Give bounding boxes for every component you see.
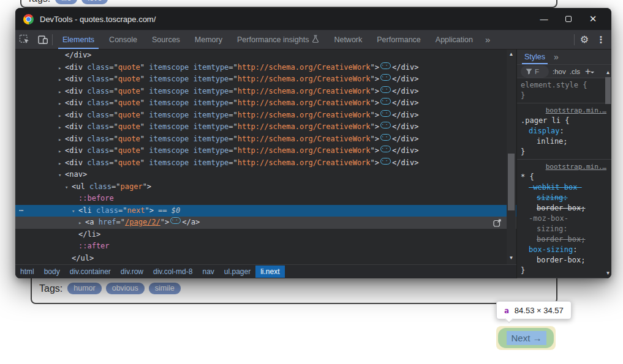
expand-arrow-icon[interactable]: ▸ <box>58 158 65 170</box>
expand-inline-icon[interactable]: ··· <box>380 110 391 117</box>
tag-link[interactable]: simile <box>149 283 181 294</box>
expand-arrow-icon[interactable]: ▸ <box>58 134 65 146</box>
tab-performance-insights[interactable]: Performance insights <box>232 30 325 49</box>
tree-row[interactable]: ▸<div class="quote" itemscope itemtype="… <box>15 121 516 133</box>
toggle-element-state-button[interactable]: :hov <box>553 68 566 75</box>
tab-console[interactable]: Console <box>104 30 143 49</box>
breadcrumb-item[interactable]: div.container <box>65 266 116 278</box>
node-menu-icon[interactable]: ⋯ <box>19 205 24 217</box>
tag-link[interactable]: humor <box>67 283 101 294</box>
tree-row[interactable]: ⋯▾<li class="next"> == $0 <box>15 205 516 217</box>
breadcrumb-item[interactable]: html <box>15 266 39 278</box>
style-rule[interactable]: bootstrap.min.….pager li {display:inline… <box>517 103 611 160</box>
tree-row[interactable]: ▸<div class="quote" itemscope itemtype="… <box>15 145 516 157</box>
tree-row[interactable]: ▸<a href="/page/2/">···</a> <box>15 217 516 229</box>
scrollbar-thumb[interactable] <box>605 77 611 104</box>
style-declaration[interactable]: element.style { <box>519 80 609 91</box>
styles-scrollbar[interactable]: ▲ ▼ <box>605 69 611 277</box>
expand-arrow-icon[interactable]: ▸ <box>58 86 65 98</box>
tree-row[interactable]: ::before <box>15 193 516 205</box>
expand-inline-icon[interactable]: ··· <box>380 146 391 152</box>
stylesheet-link[interactable]: bootstrap.min.… <box>546 163 606 171</box>
style-declaration[interactable]: border-box; <box>519 234 609 245</box>
expand-arrow-icon[interactable]: ▸ <box>58 98 65 110</box>
breadcrumb-item[interactable]: div.col-md-8 <box>148 266 197 278</box>
tab-sources[interactable]: Sources <box>146 30 186 49</box>
expand-inline-icon[interactable]: ··· <box>380 98 391 105</box>
breadcrumb-item[interactable]: body <box>39 266 65 278</box>
style-declaration[interactable]: border-box; <box>519 203 609 214</box>
dom-tree-scrollbar[interactable]: ▲ ▼ <box>507 50 516 264</box>
style-declaration[interactable]: * { <box>519 172 609 182</box>
tree-row[interactable]: </ul> <box>15 253 516 265</box>
tag-link[interactable]: obvious <box>106 283 145 294</box>
expand-arrow-icon[interactable]: ▾ <box>65 182 72 194</box>
maximize-button[interactable] <box>556 10 581 28</box>
style-declaration[interactable]: } <box>519 91 609 101</box>
expand-inline-icon[interactable]: ··· <box>170 217 181 224</box>
expand-arrow-icon[interactable]: ▸ <box>58 110 65 122</box>
expand-arrow-icon[interactable]: ▸ <box>78 217 85 229</box>
tree-row[interactable]: ▾<nav> <box>15 169 516 181</box>
tree-row[interactable]: ▸<div class="quote" itemscope itemtype="… <box>15 133 516 146</box>
expand-arrow-icon[interactable]: ▸ <box>58 122 65 134</box>
expand-arrow-icon[interactable]: ▸ <box>58 146 65 158</box>
expand-arrow-icon[interactable]: ▾ <box>58 169 65 182</box>
expand-inline-icon[interactable]: ··· <box>380 134 391 141</box>
minimize-button[interactable]: — <box>532 10 556 28</box>
tree-row[interactable]: ▸<div class="quote" itemscope itemtype="… <box>15 110 516 122</box>
style-declaration[interactable]: -moz-box- <box>519 214 609 224</box>
tag-link[interactable]: life <box>55 0 77 4</box>
expand-inline-icon[interactable]: ··· <box>380 62 391 69</box>
tree-row[interactable]: ▸<div class="quote" itemscope itemtype="… <box>15 97 516 110</box>
element-classes-button[interactable]: .cls <box>570 68 580 75</box>
style-declaration[interactable]: sizing: <box>519 193 609 203</box>
expand-arrow-icon[interactable]: ▾ <box>72 206 78 218</box>
sidebar-more-tabs-button[interactable]: » <box>550 52 562 62</box>
tree-row[interactable]: ::after <box>15 240 516 253</box>
scroll-up-arrow[interactable]: ▲ <box>507 50 516 58</box>
tab-network[interactable]: Network <box>328 30 368 49</box>
expand-inline-icon[interactable]: ··· <box>380 158 391 165</box>
scrollbar-thumb[interactable] <box>508 154 515 210</box>
tab-application[interactable]: Application <box>430 30 478 49</box>
tree-row[interactable]: ▾<ul class="pager"> <box>15 181 516 193</box>
kebab-menu-icon[interactable]: ⋮ <box>594 34 608 45</box>
scroll-down-arrow[interactable]: ▼ <box>605 269 611 277</box>
stylesheet-link[interactable]: bootstrap.min.… <box>546 106 606 114</box>
tree-row[interactable]: ▸<div class="quote" itemscope itemtype="… <box>15 62 516 74</box>
tree-row[interactable]: ▸<div class="quote" itemscope itemtype="… <box>15 73 516 86</box>
style-declaration[interactable]: .pager li { <box>519 116 609 126</box>
style-declaration[interactable]: display: <box>519 126 609 136</box>
tree-row[interactable]: </li> <box>15 229 516 241</box>
styles-filter-input[interactable]: F <box>521 65 549 78</box>
expand-inline-icon[interactable]: ··· <box>380 86 391 93</box>
inspect-element-icon[interactable] <box>15 30 34 49</box>
tag-link[interactable]: love <box>81 0 108 4</box>
tree-row[interactable]: </div> <box>15 50 516 62</box>
scroll-down-arrow[interactable]: ▼ <box>507 254 516 262</box>
tab-memory[interactable]: Memory <box>189 30 228 49</box>
style-declaration[interactable]: } <box>519 266 609 276</box>
device-toolbar-icon[interactable] <box>34 30 52 49</box>
expand-inline-icon[interactable]: ··· <box>380 74 391 81</box>
breadcrumb-item[interactable]: nav <box>197 266 219 278</box>
new-style-rule-button[interactable]: + <box>585 66 591 77</box>
settings-gear-icon[interactable]: ⚙ <box>576 34 593 45</box>
style-declaration[interactable]: box-sizing: <box>519 245 609 255</box>
more-tabs-button[interactable]: » <box>480 30 495 49</box>
expand-arrow-icon[interactable]: ▸ <box>58 62 65 75</box>
close-button[interactable]: ✕ <box>581 10 605 28</box>
tree-row[interactable]: ▸<div class="quote" itemscope itemtype="… <box>15 157 516 169</box>
tab-styles[interactable]: Styles <box>519 50 550 64</box>
tab-elements[interactable]: Elements <box>57 30 100 49</box>
style-declaration[interactable]: } <box>519 147 609 157</box>
expand-inline-icon[interactable]: ··· <box>380 122 391 128</box>
style-declaration[interactable]: inline; <box>519 136 609 147</box>
breadcrumb-item[interactable]: ul.pager <box>219 266 255 278</box>
breadcrumb-item[interactable]: li.next <box>255 266 284 278</box>
next-page-button[interactable]: Next → <box>507 331 546 345</box>
style-declaration[interactable]: sizing: <box>519 224 609 234</box>
style-declaration[interactable]: border-box; <box>519 255 609 266</box>
scroll-up-arrow[interactable]: ▲ <box>605 69 611 76</box>
